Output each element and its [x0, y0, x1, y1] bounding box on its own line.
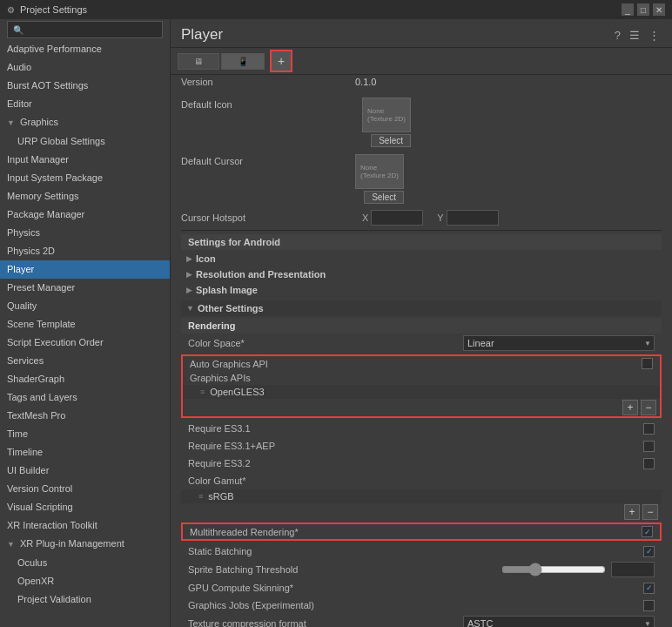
tab-monitor[interactable]: 🖥: [178, 53, 219, 70]
graphics-jobs-checkbox[interactable]: [643, 600, 655, 611]
sidebar-item-shader[interactable]: ShaderGraph: [0, 370, 170, 388]
require-es31aep-checkbox[interactable]: [643, 441, 655, 452]
sidebar-item-preset[interactable]: Preset Manager: [0, 279, 170, 297]
require-es31aep-label: Require ES3.1+AEP: [188, 441, 643, 451]
add-gamut-button[interactable]: +: [624, 504, 640, 520]
multithreaded-checkbox[interactable]: [642, 526, 653, 537]
search-input[interactable]: [27, 24, 157, 35]
help-button[interactable]: ?: [613, 27, 622, 44]
maximize-button[interactable]: □: [637, 3, 649, 16]
sidebar-item-tags[interactable]: Tags and Layers: [0, 388, 170, 407]
sidebar-item-uibuilder[interactable]: UI Builder: [0, 462, 170, 480]
other-settings-header[interactable]: ▼ Other Settings: [181, 300, 662, 316]
auto-graphics-api-checkbox[interactable]: [642, 358, 653, 369]
sidebar-item-label: OpenXR: [17, 576, 54, 586]
default-cursor-label: Default Cursor: [181, 154, 355, 166]
add-api-button[interactable]: +: [622, 400, 638, 415]
more-button[interactable]: ⋮: [647, 27, 662, 44]
sidebar-item-xr-interaction[interactable]: XR Interaction Toolkit: [0, 516, 170, 535]
sidebar-item-proj-valid[interactable]: Project Validation: [0, 590, 170, 609]
sidebar-item-timeline[interactable]: Timeline: [0, 443, 170, 462]
sidebar-item-label: Audio: [7, 62, 31, 72]
layout-button[interactable]: ☰: [628, 27, 642, 44]
close-button[interactable]: ✕: [653, 3, 665, 16]
sidebar-item-version[interactable]: Version Control: [0, 480, 170, 498]
sidebar-item-label: Time: [7, 428, 28, 439]
default-cursor-box: None(Texture 2D) Select: [355, 154, 404, 204]
hotspot-x-input[interactable]: 0: [371, 210, 423, 226]
sidebar-item-label: Timeline: [7, 447, 43, 457]
remove-api-button[interactable]: −: [641, 400, 656, 415]
minimize-button[interactable]: _: [622, 3, 634, 16]
version-label: Version: [181, 77, 355, 87]
sidebar-item-time[interactable]: Time: [0, 425, 170, 443]
require-es32-checkbox[interactable]: [643, 458, 655, 469]
sidebar-item-inputsys[interactable]: Input System Package: [0, 169, 170, 187]
srgb-label: sRGB: [208, 491, 233, 502]
sidebar-item-memory[interactable]: Memory Settings: [0, 187, 170, 206]
require-es31-label: Require ES3.1: [188, 423, 643, 434]
sprite-batching-row: Sprite Batching Threshold 300: [181, 560, 662, 579]
sidebar-item-burst[interactable]: Burst AOT Settings: [0, 77, 170, 95]
sidebar-item-script-exec[interactable]: Script Execution Order: [0, 334, 170, 352]
require-es31-checkbox[interactable]: [643, 423, 655, 435]
remove-gamut-button[interactable]: −: [642, 504, 658, 520]
sidebar-item-openxr[interactable]: OpenXR: [0, 572, 170, 590]
require-es32-row: Require ES3.2: [181, 455, 662, 472]
gpu-skinning-checkbox[interactable]: [643, 583, 655, 594]
sidebar-item-graphics[interactable]: ▼ Graphics: [0, 113, 170, 132]
sidebar-item-label: Editor: [7, 98, 32, 109]
multithreaded-row: Multithreaded Rendering*: [181, 522, 662, 541]
sidebar-item-quality[interactable]: Quality: [0, 297, 170, 315]
splash-collapsible-header[interactable]: ▶ Splash Image: [181, 283, 662, 297]
color-space-dropdown[interactable]: Linear Gamma: [463, 335, 655, 351]
add-platform-button[interactable]: +: [270, 50, 292, 72]
y-label: Y: [437, 212, 443, 223]
expand-arrow-icon: ▼: [7, 540, 15, 549]
sidebar-item-urp[interactable]: URP Global Settings: [0, 132, 170, 151]
sidebar-item-label: Player: [7, 264, 34, 274]
version-value: 0.1.0: [355, 77, 662, 87]
sidebar-item-xr-plugin[interactable]: ▼ XR Plug-in Management: [0, 535, 170, 554]
page-title: Player: [181, 26, 223, 44]
sidebar-item-player[interactable]: Player: [0, 260, 170, 279]
sidebar-item-package[interactable]: Package Manager: [0, 206, 170, 224]
sprite-batching-input[interactable]: 300: [611, 562, 655, 577]
icon-collapsible-header[interactable]: ▶ Icon: [181, 252, 662, 266]
sidebar-item-scene[interactable]: Scene Template: [0, 315, 170, 334]
sprite-batching-label: Sprite Batching Threshold: [188, 564, 501, 575]
sidebar-item-label: Scene Template: [7, 319, 76, 329]
sidebar-item-label: URP Global Settings: [17, 136, 105, 146]
sidebar-item-adaptive[interactable]: Adaptive Performance: [0, 40, 170, 58]
sidebar-item-textmesh[interactable]: TextMesh Pro: [0, 407, 170, 425]
other-settings-title: Other Settings: [198, 303, 264, 314]
texture-compression-dropdown[interactable]: ASTC ETC2 ETC DXT: [463, 616, 655, 627]
sidebar: 🔍 Adaptive Performance Audio Burst AOT S…: [0, 19, 171, 627]
platform-tabs: 🖥 📱 +: [171, 48, 672, 75]
opengles3-item: ≡ OpenGLES3: [183, 385, 660, 399]
resolution-collapsible-header[interactable]: ▶ Resolution and Presentation: [181, 267, 662, 281]
texture-compression-row: Texture compression format ASTC ETC2 ETC…: [181, 614, 662, 627]
sidebar-item-oculus[interactable]: Oculus: [0, 554, 170, 572]
search-bar[interactable]: 🔍: [7, 21, 163, 38]
sprite-batching-slider[interactable]: [501, 563, 606, 576]
sidebar-item-services[interactable]: Services: [0, 352, 170, 370]
main-layout: 🔍 Adaptive Performance Audio Burst AOT S…: [0, 19, 672, 627]
expand-arrow-icon: ▼: [7, 118, 15, 127]
sidebar-item-label: Visual Scripting: [7, 502, 73, 512]
hotspot-y-input[interactable]: 0: [447, 210, 499, 226]
sidebar-item-visual[interactable]: Visual Scripting: [0, 498, 170, 516]
sidebar-item-editor[interactable]: Editor: [0, 95, 170, 113]
default-cursor-select-button[interactable]: Select: [364, 191, 404, 204]
sidebar-item-physics[interactable]: Physics: [0, 224, 170, 242]
default-icon-preview: None(Texture 2D): [362, 98, 411, 132]
sidebar-item-input[interactable]: Input Manager: [0, 151, 170, 169]
sidebar-item-audio[interactable]: Audio: [0, 58, 170, 77]
tab-android[interactable]: 📱: [221, 53, 265, 70]
sidebar-item-label: UI Builder: [7, 465, 49, 475]
sidebar-item-physics2d[interactable]: Physics 2D: [0, 242, 170, 260]
static-batching-row: Static Batching: [181, 543, 662, 560]
icon-collapsible: ▶ Icon: [181, 252, 662, 266]
default-icon-select-button[interactable]: Select: [371, 134, 411, 147]
static-batching-checkbox[interactable]: [643, 546, 655, 557]
